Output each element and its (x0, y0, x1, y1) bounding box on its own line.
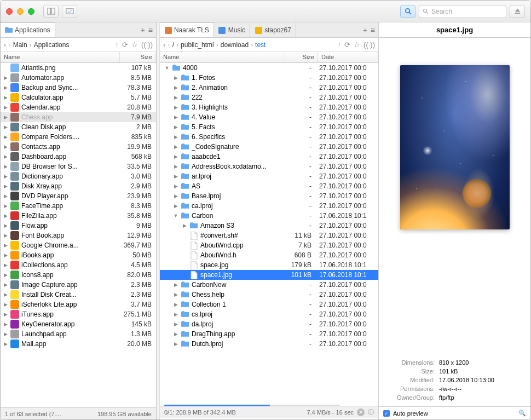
disclosure-icon[interactable]: ▶ (3, 174, 8, 179)
list-item[interactable]: ▶DragThing.app-27.10.2017 00:0 (160, 329, 378, 339)
tab-applications[interactable]: Applications (1, 22, 55, 37)
tab-stapoz67[interactable]: stapoz67 (250, 22, 296, 37)
disclosure-icon[interactable]: ▶ (3, 292, 8, 297)
close-icon[interactable] (6, 8, 13, 15)
list-item[interactable]: ▶Flow.app9 MB (1, 221, 156, 231)
list-item[interactable]: ▶DVD Player.app23.9 MB (1, 191, 156, 201)
disclosure-icon[interactable]: ▶ (3, 321, 8, 327)
disclosure-icon[interactable]: ▶ (3, 213, 8, 218)
list-item[interactable]: ▶4. Value-27.10.2017 00:0 (160, 112, 378, 122)
list-item[interactable]: ▶Dutch.lproj-27.10.2017 00:0 (160, 339, 378, 349)
list-item[interactable]: ▶Contacts.app19.9 MB (1, 142, 156, 152)
list-item[interactable]: ▶Chess.help-27.10.2017 00:0 (160, 290, 378, 300)
list-item[interactable]: ▶1. Fotos-27.10.2017 00:0 (160, 73, 378, 83)
disclosure-icon[interactable]: ▶ (173, 75, 178, 80)
list-item[interactable]: ▶aaabcde1-27.10.2017 00:0 (160, 152, 378, 162)
disclosure-icon[interactable]: ▼ (164, 65, 170, 71)
list-item[interactable]: space.jpg179 kB17.06.2018 10:1 (160, 260, 378, 270)
list-item[interactable]: ▶iScherlokk Lite.app3.7 MB (1, 300, 156, 309)
disclosure-icon[interactable]: ▶ (3, 233, 8, 238)
preview-pane-button[interactable] (62, 5, 77, 18)
list-item[interactable]: ▶_CodeSignature-27.10.2017 00:0 (160, 142, 378, 152)
tab-naarak-tls[interactable]: Naarak TLS (160, 22, 214, 37)
disclosure-icon[interactable]: ▶ (3, 341, 8, 347)
disclosure-icon[interactable]: ▶ (3, 183, 8, 189)
list-item[interactable]: ▶Icons8.app82.0 MB (1, 270, 156, 280)
disclosure-icon[interactable]: ▶ (173, 312, 178, 317)
tab-menu-button[interactable]: ≡ (371, 26, 375, 34)
disclosure-icon[interactable]: ▶ (173, 95, 178, 100)
airdrop-icon[interactable]: ((·)) (363, 41, 375, 49)
breadcrumb[interactable]: / (172, 41, 174, 49)
disclosure-icon[interactable]: ▶ (3, 95, 8, 100)
list-item[interactable]: ▶Font Book.app12.9 MB (1, 231, 156, 240)
zoom-icon[interactable] (28, 8, 34, 15)
list-item[interactable]: ▶iTunes.app275.1 MB (1, 309, 156, 319)
search-input[interactable]: Search (419, 5, 506, 18)
breadcrumb[interactable]: public_html (181, 41, 214, 49)
disclosure-icon[interactable]: ▶ (173, 85, 178, 90)
list-item[interactable]: ▶Dictionary.app3.0 MB (1, 171, 156, 181)
breadcrumb[interactable]: test (255, 41, 266, 49)
list-item[interactable]: ▶5. Facts-27.10.2017 00:0 (160, 122, 378, 132)
forward-button[interactable]: › (8, 41, 10, 49)
disclosure-icon[interactable]: ▶ (3, 85, 8, 90)
disclosure-icon[interactable]: ▶ (173, 154, 178, 159)
left-file-list[interactable]: Atlantis.png107 kB▶Automator.app8.5 MB▶B… (1, 63, 156, 407)
mid-file-list[interactable]: ▼4000-27.10.2017 00:0▶1. Fotos-27.10.201… (160, 63, 378, 406)
disclosure-icon[interactable]: ▶ (3, 302, 8, 307)
refresh-icon[interactable]: ⟳ (122, 41, 128, 49)
disclosure-icon[interactable]: ▶ (3, 243, 8, 248)
list-item[interactable]: ▶Clean Disk.app2 MB (1, 122, 156, 132)
disclosure-icon[interactable]: ▶ (173, 183, 178, 189)
disclosure-icon[interactable]: ▶ (173, 321, 178, 327)
list-item[interactable]: ▶FaceTime.app8.3 MB (1, 201, 156, 211)
info-icon[interactable]: ⓘ (368, 408, 374, 416)
list-item[interactable]: ▶Image Capture.app2.3 MB (1, 280, 156, 290)
disclosure-icon[interactable]: ▶ (3, 114, 8, 120)
disclosure-icon[interactable]: ▶ (3, 203, 8, 209)
list-item[interactable]: ▶cs.lproj-27.10.2017 00:0 (160, 309, 378, 319)
list-item[interactable]: ▶Install Disk Creat...2.3 MB (1, 290, 156, 300)
back-button[interactable]: ‹ (163, 41, 165, 49)
list-item[interactable]: ▼4000-27.10.2017 00:0 (160, 63, 378, 73)
favorite-icon[interactable]: ☆ (131, 41, 138, 49)
disclosure-icon[interactable]: ▶ (173, 282, 178, 287)
list-item[interactable]: ▶Backup and Sync...78.3 MB (1, 83, 156, 93)
list-item[interactable]: ▶FileZilla.app35.8 MB (1, 211, 156, 221)
list-item[interactable]: ▶Automator.app8.5 MB (1, 73, 156, 83)
list-item[interactable]: #convert.sh#11 kB27.10.2017 00:0 (160, 231, 378, 240)
favorite-icon[interactable]: ☆ (354, 41, 360, 49)
list-item[interactable]: AboutWnd.cpp7 kB27.10.2017 00:0 (160, 240, 378, 250)
col-size[interactable]: Size (285, 52, 318, 62)
list-item[interactable]: ▶ca.lproj-27.10.2017 00:0 (160, 201, 378, 211)
list-item[interactable]: ▶Calculator.app5.7 MB (1, 93, 156, 102)
list-item[interactable]: ▶Google Chrome.a...369.7 MB (1, 240, 156, 250)
forward-button[interactable]: › (168, 41, 170, 49)
list-item[interactable]: ▶AS-27.10.2017 00:0 (160, 181, 378, 191)
disclosure-icon[interactable]: ▶ (3, 252, 8, 258)
search-button[interactable] (400, 5, 415, 18)
disclosure-icon[interactable]: ▶ (3, 331, 8, 337)
disclosure-icon[interactable]: ▶ (3, 134, 8, 140)
list-item[interactable]: ▶Launchpad.app1.3 MB (1, 329, 156, 339)
cancel-transfer-button[interactable]: ✕ (357, 409, 365, 416)
disclosure-icon[interactable]: ▶ (173, 105, 178, 110)
disclosure-icon[interactable]: ▶ (173, 124, 178, 130)
disclosure-icon[interactable]: ▶ (3, 272, 8, 278)
disclosure-icon[interactable]: ▶ (3, 105, 8, 110)
list-item[interactable]: ▶iCollections.app4.5 MB (1, 260, 156, 270)
disclosure-icon[interactable]: ▶ (173, 302, 178, 307)
list-item[interactable]: ▶DB Browser for S...33.5 MB (1, 162, 156, 171)
disclosure-icon[interactable]: ▶ (3, 124, 8, 130)
disclosure-icon[interactable]: ▶ (173, 193, 178, 199)
disclosure-icon[interactable]: ▶ (3, 193, 8, 199)
back-button[interactable]: ‹ (4, 41, 6, 49)
airdrop-icon[interactable]: ((·)) (141, 41, 153, 49)
eject-button[interactable] (510, 5, 525, 18)
list-item[interactable]: ▶Chess.app7.9 MB (1, 112, 156, 122)
disclosure-icon[interactable]: ▼ (173, 213, 178, 218)
add-tab-button[interactable]: + (363, 26, 367, 34)
list-item[interactable]: ▼Carbon-17.06.2018 10:1 (160, 211, 378, 221)
disclosure-icon[interactable]: ▶ (173, 203, 178, 209)
